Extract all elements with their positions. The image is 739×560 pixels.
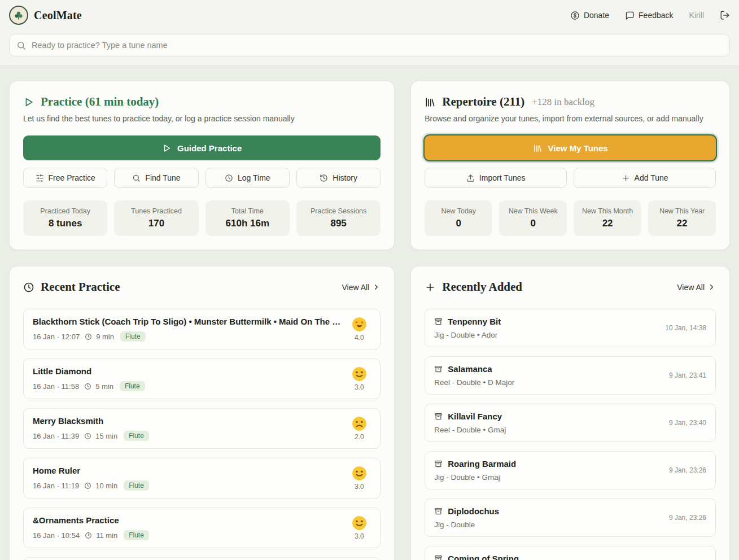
- practice-list-item[interactable]: [23, 557, 381, 560]
- practice-item-title: Little Diamond: [33, 366, 340, 376]
- tune-list-item[interactable]: Coming of Spring: [425, 546, 716, 560]
- find-tune-button[interactable]: Find Tune: [114, 168, 198, 188]
- stat-label: Practiced Today: [27, 207, 104, 215]
- tune-item-main: Killavil Fancy Reel - Double • Gmaj: [434, 412, 662, 434]
- recent-practice-view-all[interactable]: View All: [342, 283, 381, 292]
- practice-item-meta: 16 Jan · 12:07 9 min Flute: [33, 331, 340, 342]
- view-all-label: View All: [677, 283, 705, 292]
- practice-list-item[interactable]: Merry Blacksmith 16 Jan · 11:39 15 min F…: [23, 408, 381, 449]
- tune-item-main: Roaring Barmaid Jig - Double • Gmaj: [434, 459, 662, 482]
- view-my-tunes-label: View My Tunes: [548, 143, 608, 153]
- stat-label: Tunes Practiced: [117, 207, 195, 215]
- tune-item-meta: Reel - Double • Gmaj: [434, 426, 662, 434]
- clock-icon: [225, 174, 233, 182]
- tune-list-item[interactable]: Diplodochus Jig - Double 9 Jan, 23:26: [425, 498, 716, 537]
- clock-icon: [84, 432, 91, 440]
- rating-emoji-icon: [352, 466, 367, 481]
- free-practice-button[interactable]: Free Practice: [23, 168, 107, 188]
- clock-icon: [85, 333, 92, 340]
- practice-item-datetime: 16 Jan · 12:07: [33, 333, 80, 341]
- add-tune-label: Add Tune: [635, 173, 668, 182]
- tune-list-item[interactable]: Tenpenny Bit Jig - Double • Ador 10 Jan,…: [425, 309, 716, 347]
- search-box[interactable]: [9, 34, 730, 56]
- recently-added-view-all[interactable]: View All: [677, 283, 716, 292]
- stat-new-this-week: New This Week 0: [499, 200, 567, 236]
- practice-item-main: Blackthorn Stick (Coach Trip To Sligo) •…: [33, 317, 340, 342]
- practice-item-rating: 4.0: [347, 317, 371, 342]
- tune-item-main: Coming of Spring: [434, 554, 699, 560]
- repertoire-actions: Import Tunes Add Tune: [425, 168, 716, 188]
- archive-icon: [434, 554, 443, 560]
- recent-practice-card: Recent Practice View All Blackthorn Stic…: [9, 266, 395, 560]
- practice-list-item[interactable]: Home Ruler 16 Jan · 11:19 10 min Flute: [23, 458, 381, 498]
- recently-added-header: Recently Added View All: [425, 280, 716, 294]
- rating-emoji-icon: [352, 416, 367, 431]
- top-band: CeolMate Donate Feedback Kirill: [0, 0, 739, 66]
- clock-icon: [85, 532, 92, 539]
- clock-icon: [84, 383, 91, 390]
- practice-item-datetime: 16 Jan · 11:58: [33, 382, 79, 391]
- tune-list-item[interactable]: Salamanca Reel - Double • D Major 9 Jan,…: [425, 356, 716, 395]
- stat-value: 610h 16m: [209, 218, 286, 229]
- tune-item-date: 9 Jan, 23:41: [669, 371, 706, 379]
- add-tune-button[interactable]: Add Tune: [574, 168, 716, 188]
- practice-item-datetime: 16 Jan · 11:19: [33, 482, 79, 490]
- stat-value: 895: [300, 218, 377, 229]
- practice-item-datetime: 16 Jan · 11:39: [33, 432, 79, 440]
- practice-item-main: Home Ruler 16 Jan · 11:19 10 min Flute: [33, 466, 340, 491]
- tune-list-item[interactable]: Killavil Fancy Reel - Double • Gmaj 9 Ja…: [425, 404, 716, 442]
- practice-item-main: Little Diamond 16 Jan · 11:58 5 min Flut…: [33, 366, 340, 391]
- tune-item-meta: Jig - Double: [434, 520, 662, 529]
- history-icon: [320, 174, 328, 182]
- practice-subtitle: Let us find the best tunes to practice t…: [23, 114, 381, 123]
- stat-label: New This Year: [651, 207, 712, 215]
- donate-button[interactable]: Donate: [570, 11, 609, 20]
- feedback-button[interactable]: Feedback: [625, 11, 673, 20]
- donate-label: Donate: [584, 11, 609, 20]
- stat-value: 8 tunes: [27, 218, 104, 229]
- rating-emoji-icon: [352, 317, 367, 332]
- history-button[interactable]: History: [296, 168, 381, 188]
- speech-bubble-icon: [625, 11, 635, 20]
- recent-practice-list: Blackthorn Stick (Coach Trip To Sligo) •…: [23, 309, 381, 560]
- clock-icon: [84, 482, 91, 489]
- practice-list-item[interactable]: Blackthorn Stick (Coach Trip To Sligo) •…: [23, 309, 381, 349]
- user-name: Kirill: [689, 11, 704, 20]
- stat-new-this-month: New This Month 22: [574, 200, 641, 236]
- stat-new-this-year: New This Year 22: [648, 200, 716, 236]
- rating-score: 2.0: [355, 433, 364, 441]
- practice-item-datetime: 16 Jan · 10:54: [33, 531, 80, 540]
- logout-icon: [720, 10, 730, 20]
- practice-item-duration: 9 min: [96, 333, 114, 341]
- guided-practice-button[interactable]: Guided Practice: [23, 135, 381, 160]
- recently-added-card: Recently Added View All Tenpenny Bit Jig…: [410, 266, 730, 560]
- brand[interactable]: CeolMate: [9, 6, 82, 25]
- view-my-tunes-button[interactable]: View My Tunes: [425, 135, 716, 160]
- view-all-label: View All: [342, 283, 370, 292]
- history-label: History: [333, 173, 357, 182]
- tune-list-item[interactable]: Roaring Barmaid Jig - Double • Gmaj 9 Ja…: [425, 451, 716, 489]
- search-input[interactable]: [32, 41, 723, 50]
- archive-icon: [434, 412, 443, 421]
- practice-card-header: Practice (61 min today): [23, 95, 381, 109]
- practice-item-title: Blackthorn Stick (Coach Trip To Sligo) •…: [33, 317, 340, 326]
- stat-value: 0: [428, 218, 489, 229]
- practice-list-item[interactable]: &Ornaments Practice 16 Jan · 10:54 11 mi…: [23, 508, 381, 548]
- stat-value: 22: [577, 218, 638, 229]
- archive-icon: [434, 460, 443, 468]
- practice-item-duration: 11 min: [96, 531, 117, 540]
- find-tune-label: Find Tune: [145, 173, 180, 182]
- practice-item-duration: 5 min: [95, 382, 113, 391]
- search-icon: [132, 174, 141, 182]
- practice-item-meta: 16 Jan · 11:58 5 min Flute: [33, 381, 340, 391]
- tune-item-title: Roaring Barmaid: [448, 459, 516, 469]
- user-menu[interactable]: Kirill: [689, 11, 704, 20]
- practice-list-item[interactable]: Little Diamond 16 Jan · 11:58 5 min Flut…: [23, 358, 381, 399]
- archive-icon: [434, 507, 443, 515]
- logout-button[interactable]: [720, 10, 730, 20]
- practice-item-meta: 16 Jan · 11:19 10 min Flute: [33, 480, 340, 491]
- stat-new-today: New Today 0: [425, 200, 492, 236]
- log-time-button[interactable]: Log Time: [205, 168, 290, 188]
- import-tunes-button[interactable]: Import Tunes: [425, 168, 567, 188]
- chevron-right-icon: [372, 283, 381, 291]
